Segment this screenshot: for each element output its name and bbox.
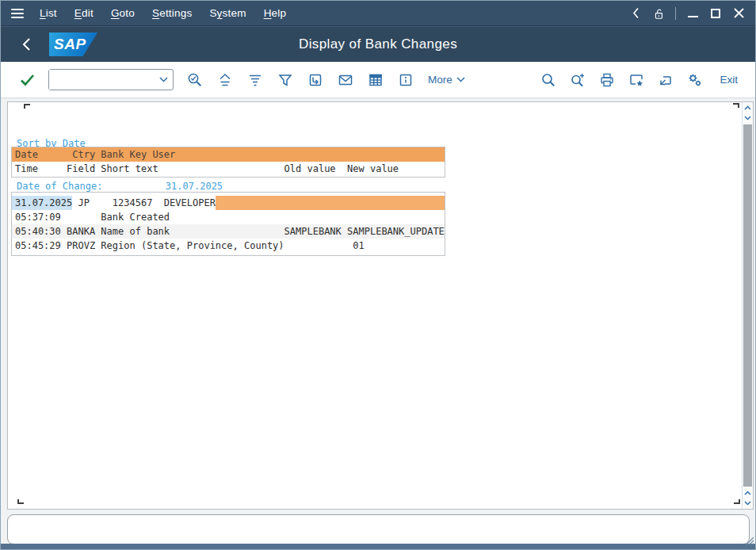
menu-item-help[interactable]: Help xyxy=(255,1,296,25)
filter-icon[interactable] xyxy=(277,72,293,88)
toolbar-right-icons: Exit xyxy=(540,72,738,88)
exit-button[interactable]: Exit xyxy=(720,74,738,86)
scroll-up-icon[interactable] xyxy=(743,487,753,498)
close-button[interactable] xyxy=(732,7,745,20)
mail-icon[interactable] xyxy=(338,72,353,88)
toolbar-left-icons xyxy=(187,72,414,88)
table-row[interactable]: 31.07.2025 JP 1234567 DEVELOPER xyxy=(12,196,445,210)
title-bar: SAP Display of Bank Changes xyxy=(1,26,755,62)
minimize-button[interactable] xyxy=(686,7,699,20)
settings-gears-icon[interactable] xyxy=(687,72,703,88)
spreadsheet-icon[interactable] xyxy=(368,72,384,88)
new-session-icon[interactable] xyxy=(658,72,674,88)
menu-item-edit[interactable]: Edit xyxy=(66,1,102,25)
search-next-icon[interactable] xyxy=(570,72,586,88)
list-corner-top-right xyxy=(733,103,739,108)
command-field[interactable] xyxy=(48,69,174,90)
list-corner-bottom-right xyxy=(734,499,740,504)
chevron-down-icon xyxy=(456,77,465,82)
list-corner-bottom-left xyxy=(17,499,24,504)
row-orange-fill xyxy=(216,196,445,210)
enter-check-icon[interactable] xyxy=(20,74,35,86)
create-shortcut-icon[interactable] xyxy=(628,72,644,88)
scroll-down-icon[interactable] xyxy=(743,498,753,508)
navigate-back-icon[interactable] xyxy=(22,37,31,52)
table-data-box: 31.07.2025 JP 1234567 DEVELOPER 05:37:09… xyxy=(11,192,445,256)
menu-item-system[interactable]: System xyxy=(200,1,254,25)
detail-icon[interactable] xyxy=(307,72,323,88)
search-icon[interactable] xyxy=(540,72,556,88)
scroll-up-icon[interactable] xyxy=(743,102,753,113)
divider xyxy=(675,7,676,20)
info-icon[interactable] xyxy=(398,72,414,88)
page-title: Display of Bank Changes xyxy=(299,36,457,52)
back-chevron-icon[interactable] xyxy=(629,7,642,20)
window-bottom-edge xyxy=(1,544,755,549)
unlock-icon[interactable] xyxy=(652,7,665,20)
table-row[interactable]: 05:45:29 PROVZ Region (State, Province, … xyxy=(12,239,445,253)
menu-item-settings[interactable]: Settings xyxy=(143,1,200,25)
table-row[interactable]: 05:37:09 Bank Created xyxy=(12,210,445,224)
menu-item-goto[interactable]: Goto xyxy=(102,1,143,25)
maximize-button[interactable] xyxy=(709,7,722,20)
menu-item-list[interactable]: List xyxy=(31,1,66,25)
hamburger-menu-icon[interactable] xyxy=(11,9,24,18)
command-field-input[interactable] xyxy=(49,70,159,90)
table-header-row-1: Date Ctry Bank Key User xyxy=(12,147,445,162)
toolbar: More xyxy=(1,62,755,98)
sap-logo: SAP xyxy=(49,32,97,56)
chevron-down-icon[interactable] xyxy=(159,77,168,82)
vertical-scrollbar[interactable] xyxy=(742,102,753,509)
list-container: Sort by Date Date of Change: 31.07.2025 … xyxy=(7,101,754,510)
sort-ascending-icon[interactable] xyxy=(217,72,233,88)
window-controls xyxy=(629,7,745,20)
sap-gui-window: List Edit Goto Settings System Help xyxy=(0,0,756,550)
scroll-down-icon[interactable] xyxy=(743,113,753,123)
table-row[interactable]: 05:40:30 BANKA Name of bank SAMPLEBANK S… xyxy=(12,224,445,239)
find-icon[interactable] xyxy=(187,72,203,88)
highlighted-date-cell[interactable]: 31.07.2025 xyxy=(12,196,72,210)
more-menu[interactable]: More xyxy=(428,74,465,86)
print-icon[interactable] xyxy=(599,72,615,88)
table-header-box: Date Ctry Bank Key User Time Field Short… xyxy=(11,147,445,178)
sort-descending-icon[interactable] xyxy=(247,72,263,88)
resize-grip[interactable] xyxy=(744,534,754,548)
scrollbar-thumb[interactable] xyxy=(743,124,752,487)
table-header-row-2: Time Field Short text Old value New valu… xyxy=(12,162,445,176)
menu-items: List Edit Goto Settings System Help xyxy=(31,1,295,25)
menu-bar: List Edit Goto Settings System Help xyxy=(1,1,755,26)
status-bar xyxy=(7,514,750,544)
